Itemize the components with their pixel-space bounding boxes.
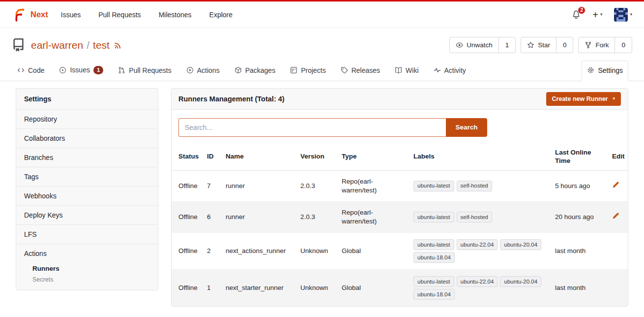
repo-title: earl-warren / test bbox=[31, 39, 122, 51]
create-new-menu-button[interactable]: + ▾ bbox=[592, 10, 602, 20]
edit-runner-button[interactable] bbox=[612, 181, 619, 189]
forks-count[interactable]: 0 bbox=[615, 37, 632, 53]
watch-button-group: Unwatch 1 bbox=[449, 37, 516, 53]
runner-search-input[interactable] bbox=[178, 118, 446, 137]
sidebar-item-tags[interactable]: Tags bbox=[16, 167, 158, 187]
watchers-count[interactable]: 1 bbox=[498, 37, 516, 53]
runners-panel: Runners Management (Total: 4) Create new… bbox=[171, 88, 628, 307]
search-button[interactable]: Search bbox=[446, 118, 487, 137]
cell-type: Repo(earl-warren/test) bbox=[338, 202, 410, 233]
runner-label-chip: ubuntu-20.04 bbox=[500, 239, 541, 250]
eye-icon bbox=[456, 41, 463, 49]
nav-link-explore[interactable]: Explore bbox=[209, 11, 233, 19]
runner-labels: ubuntu-latestubuntu-22.04ubuntu-20.04ubu… bbox=[413, 239, 547, 263]
cell-name: next_actions_runner bbox=[222, 233, 296, 270]
tab-label: Wiki bbox=[406, 66, 418, 74]
runner-label-chip: self-hosted bbox=[457, 212, 492, 222]
avatar bbox=[614, 8, 628, 22]
sidebar-item-label: Webhooks bbox=[16, 187, 158, 205]
create-runner-label: Create new Runner bbox=[552, 95, 608, 102]
cell-name: runner bbox=[222, 202, 296, 233]
tab-wiki[interactable]: Wiki bbox=[389, 61, 424, 81]
runner-label-chip: ubuntu-latest bbox=[413, 181, 454, 191]
navbar-right: 2 + ▾ ▾ bbox=[572, 8, 632, 22]
sidebar-item-branches[interactable]: Branches bbox=[16, 148, 158, 167]
runner-labels: ubuntu-latestself-hosted bbox=[413, 181, 547, 191]
nav-link-milestones[interactable]: Milestones bbox=[159, 11, 192, 19]
cell-edit bbox=[608, 233, 628, 270]
fork-button[interactable]: Fork bbox=[579, 37, 615, 53]
cell-status: Offline bbox=[172, 270, 203, 306]
column-header-status: Status bbox=[172, 143, 203, 171]
gear-icon bbox=[587, 66, 594, 74]
top-navbar: Next IssuesPull RequestsMilestonesExplor… bbox=[0, 0, 644, 28]
sidebar-item-webhooks[interactable]: Webhooks bbox=[16, 187, 158, 206]
runner-labels: ubuntu-latestself-hosted bbox=[413, 212, 547, 222]
runner-label-chip: ubuntu-18.04 bbox=[413, 289, 455, 300]
cell-name: next_starter_runner bbox=[222, 270, 296, 306]
tab-actions[interactable]: Actions bbox=[181, 61, 225, 81]
fork-icon bbox=[585, 41, 592, 49]
nav-link-pull-requests[interactable]: Pull Requests bbox=[98, 11, 141, 19]
tab-pull-requests[interactable]: Pull Requests bbox=[113, 61, 176, 81]
cell-status: Offline bbox=[172, 233, 203, 270]
chevron-down-icon: ▾ bbox=[613, 96, 615, 101]
settings-menu-items: RepositoryCollaboratorsBranchesTagsWebho… bbox=[16, 110, 158, 290]
repo-name-link[interactable]: test bbox=[93, 39, 110, 51]
cell-labels: ubuntu-latestubuntu-22.04ubuntu-20.04ubu… bbox=[410, 233, 551, 270]
runners-table: StatusIDNameVersionTypeLabelsLast Online… bbox=[172, 143, 628, 307]
sidebar-subitem-secrets[interactable]: Secrets bbox=[16, 274, 158, 285]
runner-label-chip: ubuntu-latest bbox=[413, 212, 454, 222]
page-body: Settings RepositoryCollaboratorsBranches… bbox=[0, 81, 644, 307]
tab-issues[interactable]: Issues1 bbox=[54, 60, 109, 81]
package-icon bbox=[234, 66, 242, 74]
sidebar-subitem-runners[interactable]: Runners bbox=[16, 263, 158, 274]
chevron-down-icon: ▾ bbox=[630, 12, 632, 17]
cell-type: Repo(earl-warren/test) bbox=[338, 170, 410, 201]
tag-icon bbox=[341, 66, 348, 74]
tab-label: Settings bbox=[598, 66, 623, 74]
sidebar-item-actions[interactable]: ActionsRunnersSecrets bbox=[16, 244, 158, 290]
brand-home-link[interactable]: Next bbox=[12, 7, 48, 22]
column-header-edit: Edit bbox=[608, 143, 628, 171]
sidebar-item-deploy-keys[interactable]: Deploy Keys bbox=[16, 206, 158, 225]
cell-labels: ubuntu-latestself-hosted bbox=[410, 202, 551, 233]
top-nav: IssuesPull RequestsMilestonesExplore bbox=[61, 11, 233, 19]
cell-last-online: 5 hours ago bbox=[551, 170, 608, 201]
create-runner-button[interactable]: Create new Runner ▾ bbox=[546, 92, 621, 106]
sidebar-item-lfs[interactable]: LFS bbox=[16, 225, 158, 244]
cell-status: Offline bbox=[172, 170, 203, 201]
code-icon bbox=[17, 66, 25, 74]
sidebar-item-collaborators[interactable]: Collaborators bbox=[16, 129, 158, 148]
notification-count-badge: 2 bbox=[578, 6, 585, 14]
tab-activity[interactable]: Activity bbox=[428, 61, 471, 81]
runner-label-chip: ubuntu-18.04 bbox=[413, 252, 455, 263]
table-row: Offline2next_actions_runnerUnknownGlobal… bbox=[172, 233, 628, 270]
notifications-button[interactable]: 2 bbox=[572, 10, 581, 19]
tab-code[interactable]: Code bbox=[12, 61, 50, 81]
cell-name: runner bbox=[222, 170, 296, 201]
stars-count[interactable]: 0 bbox=[556, 37, 573, 53]
unwatch-button[interactable]: Unwatch bbox=[450, 37, 498, 53]
user-menu-button[interactable]: ▾ bbox=[614, 8, 632, 22]
book-icon bbox=[395, 66, 402, 74]
cell-type: Global bbox=[338, 270, 410, 306]
tab-projects[interactable]: Projects bbox=[285, 61, 331, 81]
repo-actions: Unwatch 1 Star 0 Fork bbox=[449, 37, 632, 53]
nav-link-issues[interactable]: Issues bbox=[61, 11, 81, 19]
play-circle-icon bbox=[186, 66, 194, 74]
tab-packages[interactable]: Packages bbox=[229, 61, 281, 81]
edit-runner-button[interactable] bbox=[612, 212, 619, 220]
tab-releases[interactable]: Releases bbox=[335, 61, 385, 81]
runner-label-chip: ubuntu-20.04 bbox=[500, 276, 541, 287]
star-button[interactable]: Star bbox=[521, 37, 556, 53]
repo-owner-link[interactable]: earl-warren bbox=[31, 39, 83, 51]
tab-settings[interactable]: Settings bbox=[582, 61, 628, 81]
tab-label: Activity bbox=[444, 66, 466, 74]
git-pull-request-icon bbox=[118, 66, 125, 74]
tab-label: Releases bbox=[351, 66, 380, 74]
sidebar-item-label: Actions bbox=[16, 244, 158, 263]
rss-icon[interactable] bbox=[114, 41, 122, 49]
sidebar-item-repository[interactable]: Repository bbox=[16, 110, 158, 129]
tab-label: Actions bbox=[197, 66, 220, 74]
